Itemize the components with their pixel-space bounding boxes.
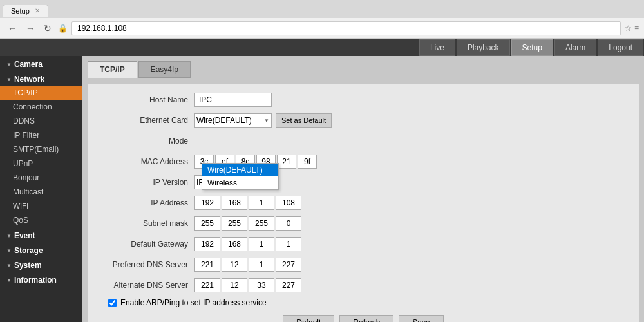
host-name-input[interactable]	[194, 93, 272, 107]
content-area: TCP/IP Easy4Ip Host Name Ethernet Card W…	[82, 56, 644, 322]
pdns-field-4[interactable]	[276, 258, 301, 272]
mac-address-label: MAC Address	[98, 157, 194, 166]
ip-address-label: IP Address	[98, 198, 194, 207]
default-gateway-label: Default Gateway	[98, 240, 194, 249]
sidebar-item-multicast[interactable]: Multicast	[0, 185, 82, 199]
default-gateway-fields	[194, 237, 301, 251]
ethernet-card-label: Ethernet Card	[98, 116, 194, 125]
ip-field-2[interactable]	[222, 196, 247, 210]
alternate-dns-row: Alternate DNS Server	[98, 278, 629, 293]
subnet-field-4[interactable]	[276, 216, 301, 231]
gateway-field-3[interactable]	[249, 237, 274, 251]
nav-alarm-button[interactable]: Alarm	[554, 39, 596, 56]
top-navigation: Live Playback Setup Alarm Logout	[0, 39, 644, 56]
alternate-dns-label: Alternate DNS Server	[98, 281, 194, 290]
adns-field-2[interactable]	[222, 278, 247, 292]
sidebar-group-event[interactable]: Event	[0, 227, 82, 242]
set-default-button[interactable]: Set as Default	[276, 113, 332, 128]
sidebar-group-information[interactable]: Information	[0, 272, 82, 287]
sidebar-item-tcpip[interactable]: TCP/IP	[0, 86, 82, 100]
nav-live-button[interactable]: Live	[419, 39, 455, 56]
ip-address-row: IP Address	[98, 195, 629, 211]
preferred-dns-label: Preferred DNS Server	[98, 260, 194, 269]
mac-field-5[interactable]	[277, 155, 296, 169]
subnet-mask-fields	[194, 216, 301, 231]
lock-icon: 🔒	[58, 24, 68, 33]
sidebar-item-upnp[interactable]: UPnP	[0, 156, 82, 171]
gateway-field-1[interactable]	[194, 237, 220, 251]
refresh-button[interactable]: ↻	[41, 22, 54, 35]
refresh-button[interactable]: Refresh	[339, 315, 393, 322]
ip-version-label: IP Version	[98, 178, 194, 187]
forward-button[interactable]: →	[23, 22, 37, 35]
adns-field-4[interactable]	[276, 278, 301, 292]
ip-field-4[interactable]	[276, 196, 301, 210]
nav-setup-button[interactable]: Setup	[511, 39, 553, 56]
host-name-label: Host Name	[98, 95, 194, 104]
pdns-field-3[interactable]	[249, 258, 274, 272]
sidebar-item-ipfilter[interactable]: IP Filter	[0, 128, 82, 142]
ethernet-card-row: Ethernet Card Wire(DEFAULT) Wireless Set…	[98, 113, 629, 128]
sidebar-item-smtp[interactable]: SMTP(Email)	[0, 142, 82, 156]
ethernet-card-select-wrapper: Wire(DEFAULT) Wireless	[194, 113, 272, 128]
ethernet-dropdown: Wire(DEFAULT) Wireless	[202, 163, 279, 190]
host-name-row: Host Name	[98, 92, 629, 108]
tab-title: Setup	[11, 7, 30, 15]
tab-easy4ip[interactable]: Easy4Ip	[138, 61, 191, 78]
content-tabs: TCP/IP Easy4Ip	[88, 61, 639, 78]
sidebar: Camera Network TCP/IP Connection DDNS IP…	[0, 56, 82, 322]
ip-field-3[interactable]	[249, 196, 274, 210]
back-button[interactable]: ←	[5, 22, 19, 35]
arp-ping-row: Enable ARP/Ping to set IP address servic…	[98, 298, 629, 307]
subnet-mask-row: Subnet mask	[98, 216, 629, 231]
pdns-field-2[interactable]	[222, 258, 247, 272]
default-gateway-row: Default Gateway	[98, 236, 629, 252]
alternate-dns-fields	[194, 278, 301, 292]
sidebar-item-connection[interactable]: Connection	[0, 100, 82, 114]
arp-ping-checkbox[interactable]	[108, 299, 117, 307]
mac-field-6[interactable]	[298, 155, 317, 169]
sidebar-group-camera[interactable]: Camera	[0, 56, 82, 71]
menu-icon[interactable]: ≡	[634, 24, 639, 33]
sidebar-group-network[interactable]: Network	[0, 71, 82, 86]
subnet-mask-label: Subnet mask	[98, 219, 194, 228]
mode-label: Mode	[98, 137, 194, 146]
star-icon[interactable]: ☆	[625, 24, 632, 33]
subnet-field-2[interactable]	[222, 216, 247, 231]
mode-row: Mode	[98, 133, 629, 149]
action-buttons: Default Refresh Save	[98, 315, 629, 322]
mac-address-row: MAC Address	[98, 154, 629, 169]
ip-version-row: IP Version IPv4	[98, 175, 629, 190]
sidebar-group-storage[interactable]: Storage	[0, 242, 82, 257]
gateway-field-4[interactable]	[276, 237, 301, 251]
ip-field-1[interactable]	[194, 196, 220, 210]
nav-playback-button[interactable]: Playback	[457, 39, 510, 56]
pdns-field-1[interactable]	[194, 258, 220, 272]
arp-ping-label: Enable ARP/Ping to set IP address servic…	[120, 298, 267, 307]
dropdown-item-wireless[interactable]: Wireless	[202, 176, 278, 189]
preferred-dns-row: Preferred DNS Server	[98, 257, 629, 272]
sidebar-item-qos[interactable]: QoS	[0, 213, 82, 227]
subnet-field-3[interactable]	[249, 216, 274, 231]
preferred-dns-fields	[194, 258, 301, 272]
adns-field-1[interactable]	[194, 278, 220, 292]
browser-tab[interactable]: Setup ✕	[3, 5, 48, 17]
tab-close-icon[interactable]: ✕	[35, 7, 40, 14]
dropdown-item-wire[interactable]: Wire(DEFAULT)	[202, 164, 278, 176]
sidebar-group-system[interactable]: System	[0, 257, 82, 272]
tab-tcpip[interactable]: TCP/IP	[88, 61, 137, 78]
save-button[interactable]: Save	[399, 315, 443, 322]
default-button[interactable]: Default	[283, 315, 334, 322]
sidebar-item-ddns[interactable]: DDNS	[0, 114, 82, 128]
subnet-field-1[interactable]	[194, 216, 220, 231]
ethernet-card-select[interactable]: Wire(DEFAULT) Wireless	[194, 113, 272, 128]
address-input[interactable]	[71, 21, 621, 35]
sidebar-item-wifi[interactable]: WiFi	[0, 199, 82, 213]
adns-field-3[interactable]	[249, 278, 274, 292]
form-area: Host Name Ethernet Card Wire(DEFAULT) Wi…	[88, 84, 639, 322]
nav-logout-button[interactable]: Logout	[598, 39, 643, 56]
gateway-field-2[interactable]	[222, 237, 247, 251]
ip-address-fields	[194, 196, 301, 210]
sidebar-item-bonjour[interactable]: Bonjour	[0, 171, 82, 185]
